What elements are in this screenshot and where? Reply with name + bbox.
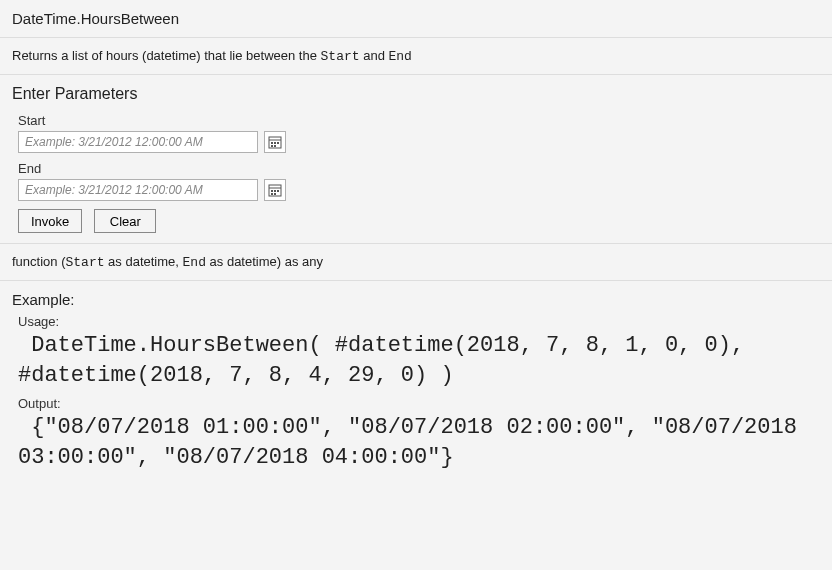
sig-p1: Start bbox=[65, 255, 104, 270]
desc-mid: and bbox=[360, 48, 389, 63]
start-input[interactable] bbox=[18, 131, 258, 153]
start-row bbox=[18, 131, 820, 153]
end-input[interactable] bbox=[18, 179, 258, 201]
clear-button[interactable]: Clear bbox=[94, 209, 156, 233]
description-text: Returns a list of hours (datetime) that … bbox=[12, 48, 820, 64]
svg-rect-11 bbox=[277, 190, 279, 192]
svg-rect-10 bbox=[274, 190, 276, 192]
calendar-icon bbox=[268, 135, 282, 149]
desc-param-start: Start bbox=[321, 49, 360, 64]
end-date-picker-button[interactable] bbox=[264, 179, 286, 201]
function-signature: function (Start as datetime, End as date… bbox=[12, 254, 820, 270]
function-title: DateTime.HoursBetween bbox=[12, 10, 820, 27]
description-section: Returns a list of hours (datetime) that … bbox=[0, 38, 832, 75]
usage-code: DateTime.HoursBetween( #datetime(2018, 7… bbox=[12, 331, 820, 390]
svg-rect-12 bbox=[271, 193, 273, 195]
usage-label: Usage: bbox=[18, 314, 820, 329]
svg-rect-4 bbox=[277, 142, 279, 144]
svg-rect-9 bbox=[271, 190, 273, 192]
field-start: Start bbox=[18, 113, 820, 153]
desc-prefix: Returns a list of hours (datetime) that … bbox=[12, 48, 321, 63]
button-row: Invoke Clear bbox=[18, 209, 820, 233]
svg-rect-6 bbox=[274, 145, 276, 147]
signature-section: function (Start as datetime, End as date… bbox=[0, 244, 832, 281]
parameters-heading: Enter Parameters bbox=[12, 85, 820, 103]
field-end: End bbox=[18, 161, 820, 201]
output-label: Output: bbox=[18, 396, 820, 411]
parameters-section: Enter Parameters Start End bbox=[0, 75, 832, 244]
end-label: End bbox=[18, 161, 820, 176]
start-label: Start bbox=[18, 113, 820, 128]
example-section: Example: Usage: DateTime.HoursBetween( #… bbox=[0, 281, 832, 493]
example-heading: Example: bbox=[12, 291, 820, 308]
svg-rect-3 bbox=[274, 142, 276, 144]
desc-param-end: End bbox=[388, 49, 411, 64]
calendar-icon bbox=[268, 183, 282, 197]
invoke-button[interactable]: Invoke bbox=[18, 209, 82, 233]
sig-t2: as datetime, bbox=[105, 254, 183, 269]
sig-t3: as datetime) as any bbox=[206, 254, 323, 269]
end-row bbox=[18, 179, 820, 201]
svg-rect-13 bbox=[274, 193, 276, 195]
output-code: {"08/07/2018 01:00:00", "08/07/2018 02:0… bbox=[12, 413, 820, 472]
title-section: DateTime.HoursBetween bbox=[0, 0, 832, 38]
svg-rect-2 bbox=[271, 142, 273, 144]
sig-t1: function ( bbox=[12, 254, 65, 269]
svg-rect-5 bbox=[271, 145, 273, 147]
start-date-picker-button[interactable] bbox=[264, 131, 286, 153]
sig-p2: End bbox=[183, 255, 206, 270]
